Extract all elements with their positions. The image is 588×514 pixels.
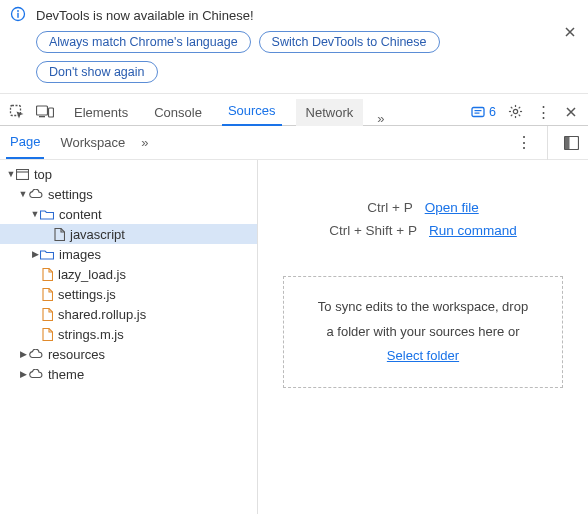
window-icon [16,169,29,180]
select-folder-link[interactable]: Select folder [387,344,459,369]
caret-down-icon: ▼ [30,209,40,219]
js-file-icon [42,308,53,321]
subtabs-more-button[interactable]: » [141,135,148,150]
tree-node-theme[interactable]: ▶ theme [0,364,257,384]
run-command-link[interactable]: Run command [429,223,517,238]
tabs-more-button[interactable]: » [377,111,384,126]
tree-node-images[interactable]: ▶ images [0,244,257,264]
navigator-tree: ▼ top ▼ settings ▼ conten [0,160,258,514]
tree-label: content [59,207,102,222]
dropzone-text: To sync edits to the workspace, drop [298,295,548,320]
svg-rect-9 [475,112,480,113]
panel-tabs: Elements Console Sources Network » [68,97,385,126]
caret-right-icon: ▶ [30,249,40,259]
tab-network[interactable]: Network [296,99,364,126]
svg-rect-8 [475,110,482,111]
gear-icon[interactable] [506,103,524,121]
sources-editor-placeholder: Ctrl + P Open file Ctrl + Shift + P Run … [258,160,588,514]
tree-label: resources [48,347,105,362]
svg-rect-7 [472,107,484,116]
tree-node-resources[interactable]: ▶ resources [0,344,257,364]
language-banner: DevTools is now available in Chinese! Al… [0,0,588,94]
main-toolbar: Elements Console Sources Network » 6 ⋮ [0,94,588,126]
banner-buttons: Always match Chrome's language Switch De… [36,31,560,83]
device-toggle-icon[interactable] [36,103,54,121]
subtab-page[interactable]: Page [6,126,44,159]
tree-node-file[interactable]: shared.rollup.js [0,304,257,324]
shortcut-keys: Ctrl + P [367,200,412,215]
shortcut-run-command: Ctrl + Shift + P Run command [329,223,517,238]
tree-label: javascript [70,227,125,242]
sources-sub-right: ⋮ [513,126,582,160]
match-language-button[interactable]: Always match Chrome's language [36,31,251,53]
show-navigator-icon[interactable] [560,132,582,154]
close-icon[interactable] [562,103,580,121]
tree-node-javascript[interactable]: javascript [0,224,257,244]
folder-icon [40,209,54,220]
svg-line-16 [518,115,520,117]
subtab-workspace[interactable]: Workspace [56,127,129,158]
open-file-link[interactable]: Open file [425,200,479,215]
svg-rect-4 [37,106,48,115]
issues-count: 6 [489,105,496,119]
switch-language-button[interactable]: Switch DevTools to Chinese [259,31,440,53]
tree-label: images [59,247,101,262]
tree-node-top[interactable]: ▼ top [0,164,257,184]
dropzone-text: a folder with your sources here or [298,320,548,345]
tree-label: strings.m.js [58,327,124,342]
tree-label: top [34,167,52,182]
js-file-icon [42,328,53,341]
sources-body: ▼ top ▼ settings ▼ conten [0,160,588,514]
svg-point-1 [17,10,19,12]
tree-label: shared.rollup.js [58,307,146,322]
shortcut-open-file: Ctrl + P Open file [367,200,478,215]
info-icon [10,6,26,25]
cloud-icon [28,369,43,379]
banner-close-button[interactable] [560,22,580,42]
tree-node-file[interactable]: settings.js [0,284,257,304]
tab-console[interactable]: Console [148,99,208,126]
tree-label: settings [48,187,93,202]
svg-line-17 [510,115,512,117]
tree-label: theme [48,367,84,382]
svg-rect-6 [49,108,54,117]
folder-icon [40,249,54,260]
tree-node-settings[interactable]: ▼ settings [0,184,257,204]
tree-label: settings.js [58,287,116,302]
banner-title: DevTools is now available in Chinese! [36,6,560,23]
tree-node-file[interactable]: lazy_load.js [0,264,257,284]
tree-label: lazy_load.js [58,267,126,282]
svg-rect-21 [17,169,29,179]
toolbar-left-icons [8,103,54,121]
svg-rect-5 [39,116,45,117]
cloud-icon [28,349,43,359]
inspect-element-icon[interactable] [8,103,26,121]
tree-node-content[interactable]: ▼ content [0,204,257,224]
caret-down-icon: ▼ [18,189,28,199]
shortcut-keys: Ctrl + Shift + P [329,223,417,238]
dont-show-again-button[interactable]: Don't show again [36,61,158,83]
caret-down-icon: ▼ [6,169,16,179]
sources-sub-toolbar: Page Workspace » ⋮ [0,126,588,160]
navigator-kebab-icon[interactable]: ⋮ [513,133,535,152]
caret-right-icon: ▶ [18,349,28,359]
vertical-divider [547,126,548,160]
toolbar-right-icons: 6 ⋮ [471,103,580,121]
svg-rect-20 [564,136,569,149]
workspace-dropzone[interactable]: To sync edits to the workspace, drop a f… [283,276,563,388]
file-icon [54,228,65,241]
tab-elements[interactable]: Elements [68,99,134,126]
issue-icon [471,105,485,119]
sources-subtabs: Page Workspace » [6,126,148,159]
issues-button[interactable]: 6 [471,105,496,119]
svg-point-10 [513,109,517,113]
svg-line-15 [510,107,512,109]
tree-node-file[interactable]: strings.m.js [0,324,257,344]
js-file-icon [42,268,53,281]
kebab-icon[interactable]: ⋮ [534,103,552,121]
cloud-icon [28,189,43,199]
tab-sources[interactable]: Sources [222,97,282,126]
js-file-icon [42,288,53,301]
svg-line-18 [518,107,520,109]
caret-right-icon: ▶ [18,369,28,379]
